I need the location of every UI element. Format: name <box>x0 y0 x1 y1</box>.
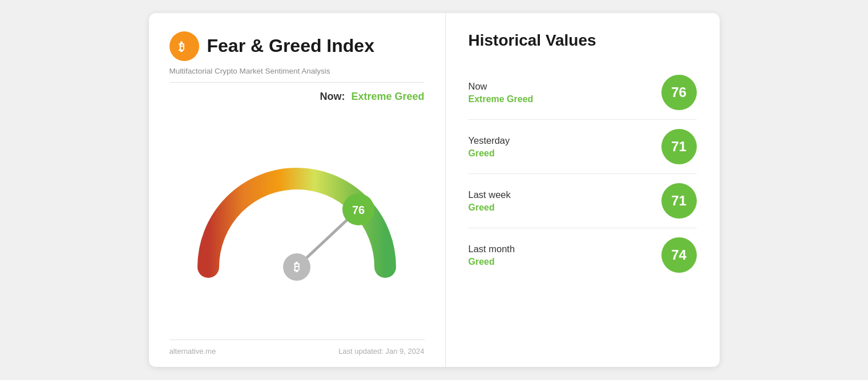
header-divider <box>169 82 425 83</box>
svg-text:₿: ₿ <box>178 40 184 53</box>
hist-sentiment-3: Greed <box>469 257 515 267</box>
last-updated-label: Last updated: Jan 9, 2024 <box>338 347 424 355</box>
historical-rows-container: Now Extreme Greed 76 Yesterday Greed 71 … <box>469 66 697 282</box>
svg-text:₿: ₿ <box>294 261 300 273</box>
hist-badge-3: 74 <box>661 237 697 273</box>
left-footer: alternative.me Last updated: Jan 9, 2024 <box>169 339 425 355</box>
hist-label-1: Yesterday Greed <box>469 135 510 159</box>
right-panel: Historical Values Now Extreme Greed 76 Y… <box>446 13 720 367</box>
historical-row: Last week Greed 71 <box>469 174 697 228</box>
historical-row: Yesterday Greed 71 <box>469 120 697 174</box>
historical-row: Last month Greed 74 <box>469 228 697 282</box>
hist-period-3: Last month <box>469 244 515 254</box>
hist-sentiment-1: Greed <box>469 148 510 159</box>
hist-label-2: Last week Greed <box>469 189 511 213</box>
gauge-container: ₿ 76 <box>169 114 425 334</box>
gauge-svg: ₿ 76 <box>177 156 417 293</box>
now-label: Now: Extreme Greed <box>169 91 425 103</box>
main-card: ₿ Fear & Greed Index Multifactorial Cryp… <box>149 13 720 367</box>
title: Fear & Greed Index <box>207 36 374 56</box>
hist-sentiment-2: Greed <box>469 203 511 213</box>
hist-period-1: Yesterday <box>469 135 510 146</box>
hist-period-0: Now <box>469 81 534 92</box>
hist-sentiment-0: Extreme Greed <box>469 94 534 104</box>
hist-label-3: Last month Greed <box>469 244 515 267</box>
now-sentiment-label: Extreme Greed <box>351 91 424 102</box>
left-panel: ₿ Fear & Greed Index Multifactorial Cryp… <box>149 13 446 367</box>
historical-row: Now Extreme Greed 76 <box>469 66 697 120</box>
hist-badge-2: 71 <box>661 183 697 219</box>
subtitle: Multifactorial Crypto Market Sentiment A… <box>169 67 425 75</box>
hist-period-2: Last week <box>469 189 511 200</box>
svg-text:76: 76 <box>352 204 365 216</box>
now-prefix: Now: <box>320 91 345 102</box>
header: ₿ Fear & Greed Index <box>169 31 425 61</box>
hist-badge-0: 76 <box>661 75 697 110</box>
hist-label-0: Now Extreme Greed <box>469 81 534 104</box>
hist-badge-1: 71 <box>661 129 697 164</box>
bitcoin-icon: ₿ <box>169 31 199 61</box>
historical-title: Historical Values <box>469 31 697 50</box>
source-label: alternative.me <box>169 347 216 355</box>
